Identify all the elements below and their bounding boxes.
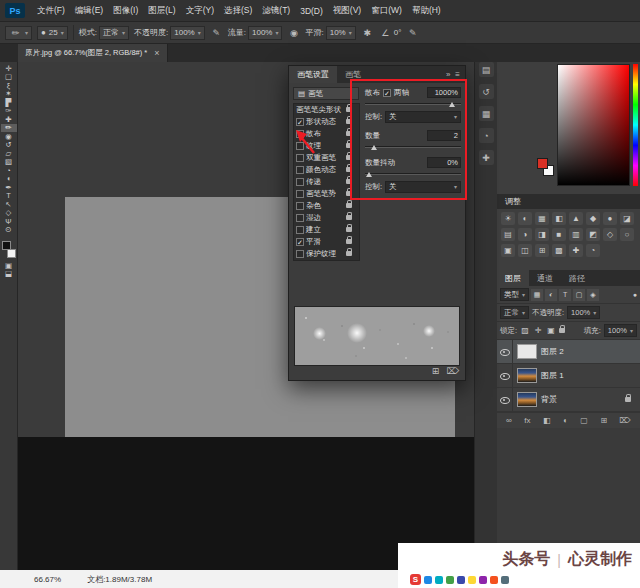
lock-icon[interactable] xyxy=(346,251,353,257)
gradient-tool[interactable]: ▧ xyxy=(1,158,17,167)
menu-file[interactable]: 文件(F) xyxy=(32,5,70,17)
adjustment-icon-21[interactable]: ✚ xyxy=(569,244,583,257)
checkbox[interactable] xyxy=(296,226,304,234)
brush-tool[interactable]: ✏ xyxy=(1,124,17,133)
menu-select[interactable]: 选择(S) xyxy=(219,5,257,17)
adjustment-icon-15[interactable]: ◇ xyxy=(603,228,617,241)
link-layers-icon[interactable]: ∞ xyxy=(506,416,512,425)
filter-toggle-icon[interactable]: ● xyxy=(633,291,637,298)
new-layer-icon[interactable]: ⊞ xyxy=(600,416,607,425)
adjustment-icon-4[interactable]: ◧ xyxy=(552,212,566,225)
screen-mode-button[interactable]: ⬓ xyxy=(1,270,17,279)
lock-icon[interactable] xyxy=(346,215,353,221)
menu-view[interactable]: 视图(V) xyxy=(328,5,366,17)
layer-opacity-select[interactable]: 100% ▾ xyxy=(567,306,600,319)
adjustment-icon-1[interactable]: ☀ xyxy=(501,212,515,225)
smoothing-select[interactable]: 10% ▾ xyxy=(326,26,356,40)
visibility-toggle[interactable] xyxy=(497,340,513,363)
fill-select[interactable]: 100% ▾ xyxy=(604,324,637,337)
pen-pressure-size-icon[interactable]: ✎ xyxy=(406,28,419,38)
filter-adjustment-layers-icon[interactable]: ◐ xyxy=(545,289,557,301)
close-icon[interactable]: × xyxy=(154,48,159,58)
lock-icon[interactable] xyxy=(346,203,353,209)
adjustment-icon-9[interactable]: ▤ xyxy=(501,228,515,241)
checkbox[interactable] xyxy=(296,190,304,198)
brush-angle-value[interactable]: 0° xyxy=(394,28,402,37)
tab-layers[interactable]: 图层 xyxy=(497,270,529,286)
lock-pixels-icon[interactable]: ▣ xyxy=(546,326,556,335)
panel-menu-icon[interactable]: ≡ xyxy=(455,70,460,79)
adjustment-icon-14[interactable]: ◩ xyxy=(586,228,600,241)
type-tool[interactable]: T xyxy=(1,192,17,201)
checkbox[interactable] xyxy=(296,214,304,222)
adjustment-icon-8[interactable]: ◪ xyxy=(620,212,634,225)
lock-icon[interactable] xyxy=(346,227,353,233)
new-brush-icon[interactable]: ⊞ xyxy=(432,366,440,376)
history-brush-tool[interactable]: ↺ xyxy=(1,141,17,150)
brush-option-noise[interactable]: 杂色 xyxy=(294,200,359,212)
layer-row-layer1[interactable]: 图层 1 xyxy=(497,364,640,388)
delete-brush-icon[interactable]: ⌦ xyxy=(446,366,459,376)
menu-image[interactable]: 图像(I) xyxy=(108,5,143,17)
adjustment-layer-icon[interactable]: ◐ xyxy=(563,416,568,425)
delete-layer-icon[interactable]: ⌦ xyxy=(620,416,631,425)
opacity-select[interactable]: 100% ▾ xyxy=(170,26,204,40)
quick-selection-tool[interactable]: ✶ xyxy=(1,90,17,99)
filter-pixel-layers-icon[interactable]: ▦ xyxy=(531,289,543,301)
layer-effects-icon[interactable]: fx xyxy=(524,416,530,425)
filter-type-layers-icon[interactable]: T xyxy=(559,289,571,301)
dock-panel-icon-4[interactable]: ◔ xyxy=(479,128,494,143)
checkbox[interactable]: ✓ xyxy=(296,238,304,246)
menu-filter[interactable]: 滤镜(T) xyxy=(257,5,295,17)
menu-layer[interactable]: 图层(L) xyxy=(143,5,180,17)
brush-option-build-up[interactable]: 建立 xyxy=(294,224,359,236)
adjustment-icon-20[interactable]: ▩ xyxy=(552,244,566,257)
menu-edit[interactable]: 编辑(E) xyxy=(70,5,108,17)
dock-panel-icon-2[interactable]: ↺ xyxy=(479,84,494,99)
layer-row-background[interactable]: 背景 xyxy=(497,388,640,412)
filter-shape-layers-icon[interactable]: ▢ xyxy=(573,289,585,301)
dock-panel-icon-3[interactable]: ▦ xyxy=(479,106,494,121)
adjustment-icon-10[interactable]: ◑ xyxy=(518,228,532,241)
pen-pressure-opacity-icon[interactable]: ✎ xyxy=(210,28,223,38)
adjustment-icon-17[interactable]: ▣ xyxy=(501,244,515,257)
dock-panel-icon-1[interactable]: ▤ xyxy=(479,62,494,77)
mode-select[interactable]: 正常 ▾ xyxy=(99,26,129,40)
eyedropper-tool[interactable]: ✑ xyxy=(1,107,17,116)
checkbox[interactable] xyxy=(296,178,304,186)
tab-channels[interactable]: 通道 xyxy=(529,270,561,286)
flow-select[interactable]: 100% ▾ xyxy=(248,26,282,40)
adjustment-icon-11[interactable]: ◨ xyxy=(535,228,549,241)
zoom-level[interactable]: 66.67% xyxy=(34,575,61,584)
zoom-tool[interactable]: ⊙ xyxy=(1,226,17,235)
tab-brush-settings[interactable]: 画笔设置 xyxy=(289,66,337,83)
shape-tool[interactable]: ◇ xyxy=(1,209,17,218)
checkbox[interactable]: ✓ xyxy=(296,118,304,126)
visibility-toggle[interactable] xyxy=(497,388,513,411)
document-tab[interactable]: 原片.jpg @ 66.7%(图层 2, RGB/8#) * × xyxy=(18,44,168,62)
layer-name[interactable]: 图层 2 xyxy=(541,346,564,357)
adjustment-icon-13[interactable]: ▥ xyxy=(569,228,583,241)
layer-filter-type-select[interactable]: 类型 ▾ xyxy=(500,288,529,301)
marquee-tool[interactable]: ▢ xyxy=(1,73,17,82)
layer-name[interactable]: 图层 1 xyxy=(541,370,564,381)
dock-panel-icon-5[interactable]: ✚ xyxy=(479,150,494,165)
adjustment-icon-6[interactable]: ◆ xyxy=(586,212,600,225)
menu-help[interactable]: 帮助(H) xyxy=(407,5,446,17)
brush-option-smoothing[interactable]: ✓ 平滑 xyxy=(294,236,359,248)
lock-transparent-icon[interactable]: ▨ xyxy=(520,326,530,335)
menu-3d[interactable]: 3D(D) xyxy=(295,6,328,16)
layer-thumbnail[interactable] xyxy=(517,344,537,359)
checkbox[interactable] xyxy=(296,166,304,174)
menu-window[interactable]: 窗口(W) xyxy=(366,5,407,17)
adjustment-icon-2[interactable]: ◐ xyxy=(518,212,532,225)
adjustment-icon-18[interactable]: ◫ xyxy=(518,244,532,257)
menu-type[interactable]: 文字(Y) xyxy=(181,5,219,17)
tool-preset-picker[interactable]: ✏ ▾ xyxy=(5,26,32,40)
background-color-swatch[interactable] xyxy=(7,249,16,258)
color-gradient-field[interactable] xyxy=(557,64,630,186)
smoothing-options-gear-icon[interactable]: ✱ xyxy=(361,28,374,38)
lock-position-icon[interactable]: ✛ xyxy=(533,326,543,335)
checkbox[interactable] xyxy=(296,202,304,210)
airbrush-icon[interactable]: ◉ xyxy=(287,28,300,38)
